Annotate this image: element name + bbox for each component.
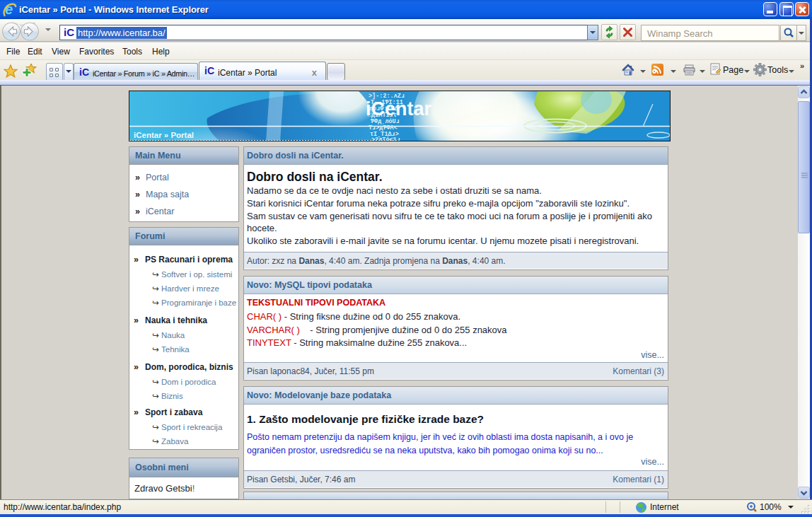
svg-text:iCentar: iCentar — [366, 98, 432, 120]
